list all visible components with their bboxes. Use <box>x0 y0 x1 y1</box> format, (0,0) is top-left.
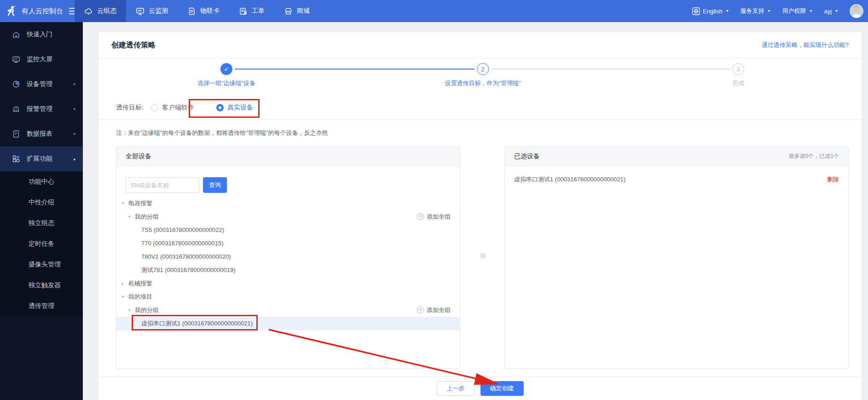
sim-card-icon <box>187 7 196 16</box>
create-policy-card: 创建透传策略 通过透传策略，能实现什么功能? ✓ 选择一组"边缘端"设备 2 设… <box>98 32 862 400</box>
radio-real-device[interactable]: 真实设备 <box>216 104 253 112</box>
previous-step-button[interactable]: 上一步 <box>437 381 475 396</box>
tab-cloud-scada[interactable]: 云组态 <box>75 0 126 22</box>
nav-tabs: 云组态 云监测 物联卡 工单 商城 <box>75 0 319 22</box>
selected-devices-header: 已选设备 最多选5个，已选1个 <box>505 147 848 166</box>
caret-down-icon[interactable]: ▾ <box>127 307 132 313</box>
report-icon <box>12 130 20 138</box>
monitor-icon <box>136 7 145 16</box>
all-devices-panel: 全部设备 查询 ▾ 电器报警 ▾ 我的分组 + <box>116 146 460 369</box>
chevron-down-icon: ▼ <box>767 9 771 13</box>
add-group-button[interactable]: + 添加全组 <box>417 213 451 221</box>
card-header: 创建透传策略 通过透传策略，能实现什么功能? <box>98 32 862 58</box>
sidebar-subitem-standalone-scada[interactable]: 独立组态 <box>0 213 83 233</box>
tree-group-row[interactable]: ▾ 我的分组 + 添加全组 <box>116 303 460 317</box>
step-1: ✓ 选择一组"边缘端"设备 <box>197 63 255 87</box>
radio-checked-icon[interactable] <box>216 104 224 111</box>
work-order-icon <box>239 7 248 16</box>
sidebar-item-data-report[interactable]: 数据报表 ▾ <box>0 122 83 146</box>
user-permission-menu[interactable]: 用户权限 ▼ <box>782 7 813 15</box>
language-selector[interactable]: English ▼ <box>692 7 729 15</box>
tree-group-row[interactable]: ▾ 我的分组 + 添加全组 <box>116 210 460 223</box>
sidebar-subitem-passthrough-management[interactable]: 透传管理 <box>0 296 83 316</box>
search-input[interactable] <box>126 177 199 193</box>
selection-limit-text: 最多选5个，已选1个 <box>789 152 839 160</box>
transfer-target-row: 透传目标: 客户端软件 真实设备 <box>116 99 862 116</box>
sidebar-subitem-scheduled-tasks[interactable]: 定时任务 <box>0 233 83 254</box>
radio-client-software[interactable]: 客户端软件 <box>151 104 194 112</box>
tree-device-row[interactable]: 测试781 (00031678000000000019) <box>116 263 460 277</box>
caret-down-icon[interactable]: ▾ <box>120 294 126 299</box>
user-menu[interactable]: ayj ▼ <box>824 8 839 15</box>
step-1-check-icon: ✓ <box>220 63 232 75</box>
chevron-down-icon: ▼ <box>834 9 839 13</box>
wizard-footer: 上一步 确定创建 <box>98 377 862 400</box>
tab-cloud-monitor[interactable]: 云监测 <box>126 0 178 22</box>
app-title: 有人云控制台 <box>22 7 63 16</box>
step-connector-pending <box>491 69 730 70</box>
sidebar-item-quick-start[interactable]: 快速入门 <box>0 22 83 47</box>
avatar[interactable] <box>850 4 863 18</box>
chevron-down-icon: ▼ <box>809 9 813 13</box>
nav-right: English ▼ 服务支持 ▼ 用户权限 ▼ ayj ▼ <box>692 4 868 18</box>
page-title: 创建透传策略 <box>111 41 156 50</box>
tree-device-row[interactable]: 770 (00031678000000000015) <box>116 237 460 250</box>
radio-unchecked-icon[interactable] <box>151 104 158 111</box>
tab-iot-card[interactable]: 物联卡 <box>178 0 229 22</box>
sidebar-item-monitor-screen[interactable]: 监控大屏 <box>0 47 83 72</box>
tab-work-order[interactable]: 工单 <box>229 0 274 22</box>
chevron-down-icon: ▾ <box>73 132 75 136</box>
step-3-number: 3 <box>732 63 744 75</box>
add-group-button[interactable]: + 添加全组 <box>417 306 451 314</box>
sidebar-subitem-function-center[interactable]: 功能中心 <box>0 171 83 192</box>
delete-link[interactable]: 删除 <box>827 175 839 184</box>
nav-left: 有人云控制台 ☰ <box>0 5 75 17</box>
selected-device-row: 虚拟串口测试1 (00031678000000000021) 删除 <box>505 173 848 186</box>
chevron-down-icon: ▾ <box>73 82 75 87</box>
confirm-create-button[interactable]: 确定创建 <box>480 381 524 396</box>
sidebar-subitem-camera-management[interactable]: 摄像头管理 <box>0 254 83 275</box>
store-icon <box>284 7 293 16</box>
home-icon <box>12 30 20 39</box>
screen-icon <box>12 55 20 64</box>
plus-circle-icon: + <box>417 213 424 220</box>
caret-down-icon[interactable]: ▾ <box>127 214 132 219</box>
sidebar-subitem-neutral-intro[interactable]: 中性介绍 <box>0 192 83 213</box>
sidebar-item-extended-functions[interactable]: 扩展功能 ▴ <box>0 146 83 171</box>
top-navbar: 有人云控制台 ☰ 云组态 云监测 物联卡 工单 <box>0 0 868 22</box>
sidebar: 快速入门 监控大屏 设备管理 ▾ 报警管理 ▾ 数据报表 ▾ 扩展功能 ▴ 功 <box>0 22 83 400</box>
alarm-bell-icon <box>12 105 20 113</box>
chevron-down-icon: ▾ <box>73 107 75 111</box>
divider <box>98 119 862 120</box>
stepper: ✓ 选择一组"边缘端"设备 2 设置透传目标，作为"管理端" 3 完成 <box>98 58 862 93</box>
tab-mall[interactable]: 商城 <box>274 0 319 22</box>
tree-device-row[interactable]: 780V2 (00031678000000000020) <box>116 250 460 263</box>
tree-group-row[interactable]: ▾ 电器报警 <box>116 197 460 210</box>
tree-device-row[interactable]: 7S5 (00031678000000000022) <box>116 223 460 237</box>
sidebar-submenu: 功能中心 中性介绍 独立组态 定时任务 摄像头管理 独立触发器 透传管理 <box>0 171 83 316</box>
tree-device-row-selected[interactable]: 虚拟串口测试1 (00031678000000000021) <box>116 317 460 330</box>
caret-right-icon[interactable]: ▸ <box>120 281 126 286</box>
main-content: 创建透传策略 通过透传策略，能实现什么功能? ✓ 选择一组"边缘端"设备 2 设… <box>83 22 868 400</box>
globe-icon <box>692 7 700 15</box>
sidebar-item-device-management[interactable]: 设备管理 ▾ <box>0 72 83 97</box>
cloud-icon <box>84 7 93 16</box>
device-pie-icon <box>12 80 20 88</box>
double-chevron-right-icon: » <box>480 249 485 262</box>
search-button[interactable]: 查询 <box>203 177 227 193</box>
tree-group-row[interactable]: ▸ 机械报警 <box>116 277 460 290</box>
caret-down-icon[interactable]: ▾ <box>120 201 126 206</box>
service-support-menu[interactable]: 服务支持 ▼ <box>741 7 771 15</box>
step-2-number: 2 <box>477 63 489 75</box>
step-connector-done <box>235 69 475 70</box>
usr-logo-icon <box>6 5 17 17</box>
step-2: 2 设置透传目标，作为"管理端" <box>445 63 521 87</box>
all-devices-header: 全部设备 <box>116 147 460 166</box>
sidebar-item-alarm-management[interactable]: 报警管理 ▾ <box>0 97 83 122</box>
sidebar-subitem-standalone-trigger[interactable]: 独立触发器 <box>0 275 83 296</box>
help-link[interactable]: 通过透传策略，能实现什么功能? <box>762 41 849 49</box>
note-text: 注：来自"边缘端"的每个设备的数据，都将透传给"管理端"的每个设备，反之亦然 <box>116 129 862 137</box>
tree-group-row[interactable]: ▾ 我的项目 <box>116 290 460 303</box>
device-panels: 全部设备 查询 ▾ 电器报警 ▾ 我的分组 + <box>116 146 849 369</box>
transfer-target-label: 透传目标: <box>116 104 144 112</box>
